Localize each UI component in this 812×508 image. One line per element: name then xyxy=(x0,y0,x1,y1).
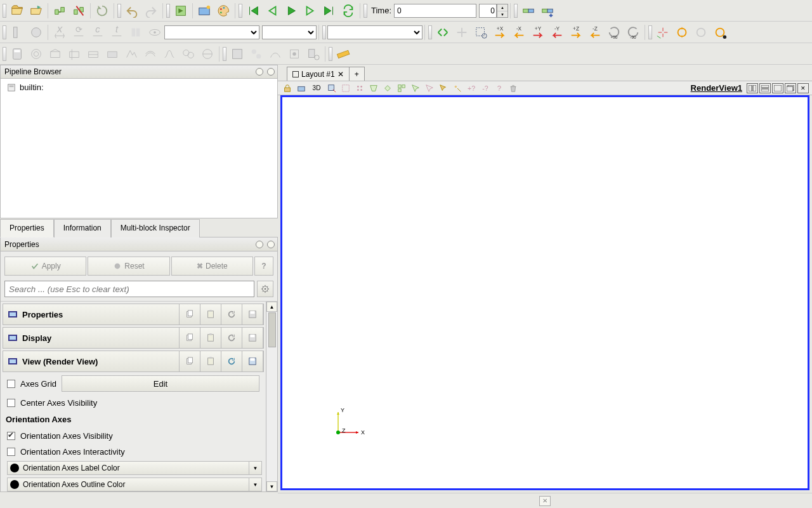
split-v-icon[interactable] xyxy=(759,83,771,93)
interactive-select-points-icon[interactable] xyxy=(424,83,435,94)
properties-search-input[interactable] xyxy=(4,281,254,297)
find-data-icon[interactable] xyxy=(304,45,322,63)
threshold-icon[interactable] xyxy=(84,45,102,63)
plot-selection-icon[interactable] xyxy=(247,45,265,63)
toolbar-handle[interactable] xyxy=(514,4,518,18)
rescale-visible-icon[interactable]: c xyxy=(89,23,107,41)
stream-icon[interactable] xyxy=(141,45,159,63)
oa-label-color-button[interactable]: Orientation Axes Label Color xyxy=(7,461,249,475)
mode-3d-toggle[interactable]: 3D xyxy=(310,83,324,94)
zoom-box-icon[interactable] xyxy=(472,23,490,41)
screenshot-icon[interactable] xyxy=(195,2,213,20)
first-frame-icon[interactable] xyxy=(244,2,262,20)
close-tab-icon[interactable]: ✕ xyxy=(337,70,344,79)
query-icon[interactable] xyxy=(285,45,303,63)
toolbar-handle[interactable] xyxy=(3,47,6,61)
select-pt-icon[interactable] xyxy=(354,83,365,94)
save-defaults-icon[interactable] xyxy=(242,304,263,325)
apply-button[interactable]: Apply xyxy=(4,257,86,276)
group-icon[interactable] xyxy=(180,45,197,63)
toolbar-handle[interactable] xyxy=(117,4,121,18)
select-cell-icon[interactable] xyxy=(340,83,351,94)
minus-z-icon[interactable]: -Z xyxy=(586,23,604,41)
dropdown-icon[interactable]: ▼ xyxy=(249,478,262,491)
hover-points-icon[interactable] xyxy=(452,83,463,94)
rotate-ccw-icon[interactable]: -90 xyxy=(624,23,642,41)
slice-icon[interactable] xyxy=(65,45,83,63)
open-remote-icon[interactable] xyxy=(27,2,45,20)
restore-icon[interactable] xyxy=(221,327,242,349)
rescale-range-icon[interactable]: x xyxy=(51,23,69,41)
shrink-sel-icon[interactable]: -? xyxy=(480,83,491,94)
plus-z-icon[interactable]: +Z xyxy=(567,23,585,41)
toolbar-handle[interactable] xyxy=(322,25,326,39)
toolbar-handle[interactable] xyxy=(239,4,242,18)
reset-center-icon[interactable] xyxy=(673,23,691,41)
trash-icon[interactable] xyxy=(508,83,519,94)
dropdown-icon[interactable]: ▼ xyxy=(249,461,262,475)
time-spinner[interactable]: ▲▼ xyxy=(497,4,508,18)
advanced-toggle-icon[interactable] xyxy=(257,281,273,297)
clip-icon[interactable] xyxy=(46,45,64,63)
minus-y-icon[interactable]: -Y xyxy=(548,23,566,41)
close-view-icon[interactable]: ✕ xyxy=(797,83,809,93)
step-fwd-icon[interactable] xyxy=(301,2,319,20)
connect-icon[interactable] xyxy=(51,2,69,20)
center-axes-checkbox[interactable] xyxy=(7,399,15,407)
lock-view-icon[interactable] xyxy=(282,83,293,94)
palette-icon[interactable] xyxy=(214,2,232,20)
select-block-icon[interactable] xyxy=(396,83,407,94)
clear-sel-icon[interactable]: ? xyxy=(494,83,505,94)
link-selection-icon[interactable] xyxy=(520,2,537,20)
zoom-to-data-icon[interactable] xyxy=(453,23,471,41)
reload-icon[interactable] xyxy=(93,2,111,20)
select-points-icon[interactable] xyxy=(326,83,337,94)
pipeline-browser-body[interactable]: builtin: xyxy=(0,79,278,218)
tab-multiblock-inspector[interactable]: Multi-block Inspector xyxy=(111,219,200,237)
color-component-select[interactable] xyxy=(262,25,317,39)
float-panel-icon[interactable] xyxy=(256,241,263,248)
close-panel-icon[interactable] xyxy=(267,68,275,76)
calculator-icon[interactable] xyxy=(8,45,26,63)
hover-cells-icon[interactable] xyxy=(438,83,449,94)
toolbar-handle[interactable] xyxy=(648,25,652,39)
rescale-temporal-icon[interactable]: t xyxy=(108,23,126,41)
interactive-select-cells-icon[interactable] xyxy=(410,83,421,94)
grow-sel-icon[interactable]: +? xyxy=(466,83,477,94)
rescale-custom-icon[interactable]: ⟳ xyxy=(70,23,88,41)
extract-selection-icon[interactable] xyxy=(228,45,246,63)
collapse-icon[interactable] xyxy=(8,335,17,341)
restore-icon[interactable] xyxy=(221,351,242,372)
toolbar-handle[interactable] xyxy=(166,4,170,18)
last-frame-icon[interactable] xyxy=(320,2,338,20)
colorbar-icon[interactable] xyxy=(8,23,26,41)
maximize-icon[interactable] xyxy=(772,83,783,93)
pick-center-icon[interactable] xyxy=(654,23,672,41)
autoapply-icon[interactable] xyxy=(172,2,190,20)
reset-button[interactable]: Reset xyxy=(88,257,169,276)
rotate-cw-icon[interactable]: +90 xyxy=(605,23,623,41)
collapse-icon[interactable] xyxy=(8,311,17,318)
render-view-name[interactable]: RenderView1 xyxy=(691,83,742,93)
extract-icon[interactable] xyxy=(103,45,121,63)
add-layout-tab[interactable]: + xyxy=(350,67,365,81)
copy-icon[interactable] xyxy=(179,304,200,325)
undo-icon[interactable] xyxy=(123,2,141,20)
contour-icon[interactable] xyxy=(27,45,45,63)
time-value-input[interactable] xyxy=(394,4,476,18)
section-display[interactable]: Display xyxy=(3,327,264,349)
color-array-select[interactable] xyxy=(164,25,259,39)
loop-icon[interactable] xyxy=(339,2,357,20)
copy-icon[interactable] xyxy=(179,351,200,372)
minus-x-icon[interactable]: -X xyxy=(510,23,528,41)
reset-camera-icon[interactable] xyxy=(434,23,452,41)
clear-center-icon[interactable] xyxy=(711,23,729,41)
plus-x-icon[interactable]: +X xyxy=(491,23,509,41)
paste-icon[interactable] xyxy=(200,304,221,325)
float-panel-icon[interactable] xyxy=(256,68,263,76)
select-poly-icon[interactable] xyxy=(382,83,393,94)
layout-tab[interactable]: Layout #1 ✕ xyxy=(287,67,350,81)
axes-grid-edit-button[interactable]: Edit xyxy=(62,375,259,392)
tab-properties[interactable]: Properties xyxy=(0,219,54,237)
oa-outline-color-button[interactable]: Orientation Axes Outline Color xyxy=(7,478,249,491)
